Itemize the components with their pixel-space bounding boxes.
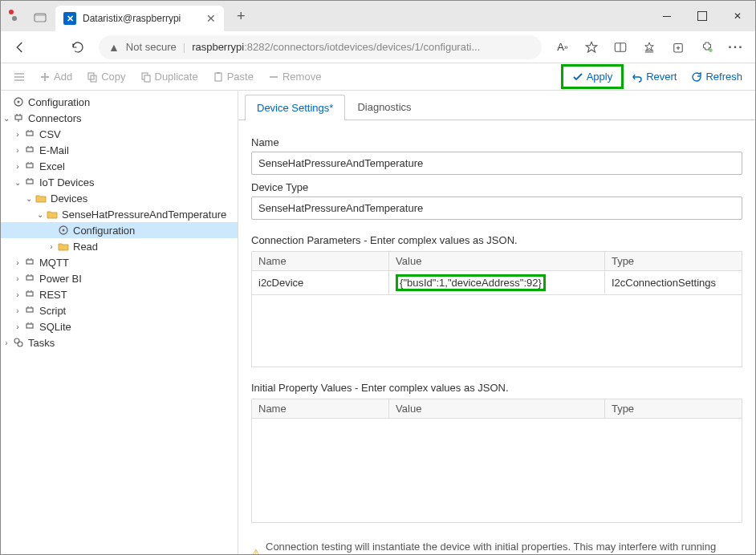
chevron-down-icon[interactable]: ⌄: [1, 114, 12, 123]
tree-item-iot-devices[interactable]: ⌄ IoT Devices: [1, 174, 238, 190]
apply-label: Apply: [587, 71, 613, 83]
chevron-right-icon[interactable]: ›: [46, 242, 57, 251]
collections-icon[interactable]: [665, 34, 691, 60]
remove-button[interactable]: Remove: [262, 67, 327, 86]
folder-icon: [35, 192, 47, 205]
tree-item-devices[interactable]: ⌄ Devices: [1, 190, 238, 206]
cell-value[interactable]: {"busId":1,"deviceAddress":92}: [389, 271, 605, 295]
tree-item-configuration[interactable]: Configuration: [1, 94, 238, 110]
nav-tree[interactable]: Configuration ⌄ Connectors › CSV › E-Mai…: [1, 91, 238, 555]
favorite-icon[interactable]: [579, 34, 604, 60]
chevron-down-icon[interactable]: ⌄: [12, 178, 23, 187]
svg-rect-18: [144, 75, 150, 82]
tree-label: Configuration: [28, 96, 90, 108]
col-name: Name: [252, 252, 389, 271]
cell-type[interactable]: I2cConnectionSettings: [604, 271, 742, 295]
chevron-right-icon[interactable]: ›: [12, 306, 23, 315]
tab-diagnostics[interactable]: Diagnostics: [345, 94, 423, 120]
url-box[interactable]: ▲ Not secure | raspberrypi:8282/connecto…: [99, 35, 542, 59]
system-indicator-icon: [7, 8, 23, 24]
chevron-right-icon[interactable]: ›: [12, 322, 23, 331]
chevron-down-icon[interactable]: ⌄: [35, 210, 46, 219]
tree-item-excel[interactable]: › Excel: [1, 158, 238, 174]
tree-item-script[interactable]: › Script: [1, 302, 238, 318]
table-row[interactable]: i2cDevice {"busId":1,"deviceAddress":92}…: [252, 271, 742, 295]
extensions-icon[interactable]: [694, 34, 720, 60]
tree-item-device[interactable]: ⌄ SenseHatPressureAndTemperature: [1, 206, 238, 222]
copy-button[interactable]: Copy: [80, 67, 132, 86]
window-close-button[interactable]: [720, 1, 755, 31]
svg-rect-45: [26, 276, 33, 280]
window-minimize-button[interactable]: [649, 1, 685, 31]
browser-back-button[interactable]: [7, 34, 33, 60]
chevron-down-icon[interactable]: ⌄: [23, 194, 35, 203]
tree-item-device-read[interactable]: › Read: [1, 238, 238, 254]
chevron-right-icon[interactable]: ›: [12, 290, 23, 299]
tab-close-icon[interactable]: ✕: [206, 12, 216, 25]
window-maximize-button[interactable]: [685, 1, 720, 31]
add-button[interactable]: Add: [33, 67, 79, 86]
refresh-label: Refresh: [705, 71, 742, 83]
plug-icon: [23, 320, 36, 333]
paste-icon: [213, 71, 224, 83]
reading-mode-icon[interactable]: A»: [550, 34, 575, 60]
chevron-right-icon[interactable]: ›: [12, 146, 23, 155]
remove-label: Remove: [282, 71, 321, 83]
menu-icon: [14, 71, 25, 83]
hamburger-menu-button[interactable]: [7, 68, 31, 86]
browser-tab[interactable]: ✕ Dataristix@raspberrypi ✕: [55, 6, 224, 31]
chevron-right-icon[interactable]: ›: [12, 274, 23, 283]
tree-item-device-configuration[interactable]: Configuration: [1, 222, 238, 238]
url-path: :8282/connectors/iotdevices/devices/1/co…: [244, 41, 480, 53]
duplicate-button[interactable]: Duplicate: [134, 67, 205, 86]
tree-label: Devices: [51, 192, 87, 205]
tree-label: Script: [39, 305, 66, 317]
chevron-right-icon[interactable]: ›: [12, 130, 23, 139]
tree-item-powerbi[interactable]: › Power BI: [1, 270, 238, 286]
svg-rect-31: [26, 148, 33, 152]
chevron-right-icon[interactable]: ›: [1, 338, 12, 347]
conn-params-table[interactable]: Name Value Type i2cDevice {"busId":1,"de…: [251, 251, 742, 367]
name-label: Name: [251, 136, 742, 148]
form-area: Name Device Type Connection Parameters -…: [238, 120, 755, 555]
tab-device-settings[interactable]: Device Settings*: [245, 95, 345, 120]
browser-refresh-button[interactable]: [65, 34, 91, 60]
device-type-input[interactable]: [251, 196, 742, 220]
duplicate-icon: [140, 71, 152, 83]
refresh-button[interactable]: Refresh: [685, 67, 749, 86]
empty-grid-area[interactable]: [252, 295, 742, 367]
svg-rect-37: [26, 180, 33, 184]
cell-name[interactable]: i2cDevice: [252, 271, 389, 295]
plug-icon: [23, 128, 36, 140]
window-controls: [649, 1, 755, 31]
content-tabs: Device Settings* Diagnostics: [238, 94, 755, 120]
revert-button[interactable]: Revert: [625, 67, 683, 86]
plug-icon: [23, 288, 36, 301]
name-input[interactable]: [251, 152, 742, 175]
tree-item-connectors[interactable]: ⌄ Connectors: [1, 110, 238, 126]
url-separator: |: [183, 41, 185, 53]
new-tab-button[interactable]: +: [230, 8, 252, 25]
empty-grid-area[interactable]: [252, 419, 742, 523]
apply-button[interactable]: Apply: [564, 67, 621, 86]
chevron-right-icon[interactable]: ›: [12, 162, 23, 171]
app-toolbar: Add Copy Duplicate Paste Remove Apply: [1, 63, 755, 91]
tree-item-sqlite[interactable]: › SQLite: [1, 318, 238, 334]
chevron-right-icon[interactable]: ›: [12, 258, 23, 267]
more-menu-icon[interactable]: ···: [723, 34, 749, 60]
paste-button[interactable]: Paste: [206, 67, 260, 86]
duplicate-label: Duplicate: [155, 71, 198, 83]
conn-params-label: Connection Parameters - Enter complex va…: [251, 234, 742, 246]
tree-item-csv[interactable]: › CSV: [1, 126, 238, 142]
plug-icon: [23, 272, 36, 285]
split-screen-icon[interactable]: [608, 34, 633, 60]
favorites-bar-icon[interactable]: [636, 34, 662, 60]
initial-props-table[interactable]: Name Value Type: [251, 399, 742, 523]
tree-item-mqtt[interactable]: › MQTT: [1, 254, 238, 270]
svg-rect-42: [26, 260, 33, 264]
tree-item-rest[interactable]: › REST: [1, 286, 238, 302]
folder-icon: [46, 208, 59, 221]
tree-label: IoT Devices: [39, 176, 94, 188]
tree-item-tasks[interactable]: › Tasks: [1, 334, 238, 350]
tree-item-email[interactable]: › E-Mail: [1, 142, 238, 158]
